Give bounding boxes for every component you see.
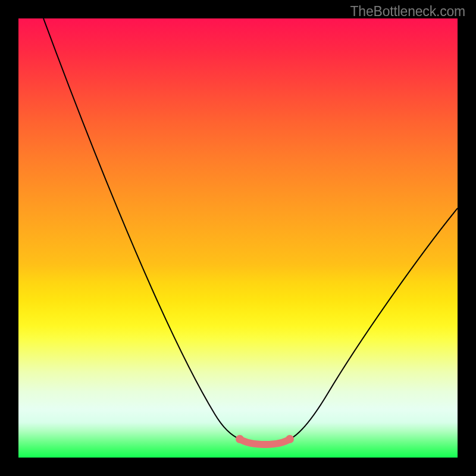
chart-container: TheBottleneck.com — [0, 0, 476, 476]
optimal-end-dot — [286, 435, 294, 443]
curve-right — [290, 208, 458, 439]
curve-svg — [18, 18, 458, 458]
optimal-segment — [240, 439, 290, 444]
optimal-start-dot — [236, 435, 244, 443]
curve-left — [43, 18, 240, 439]
plot-area — [18, 18, 458, 458]
watermark-text: TheBottleneck.com — [350, 4, 465, 20]
